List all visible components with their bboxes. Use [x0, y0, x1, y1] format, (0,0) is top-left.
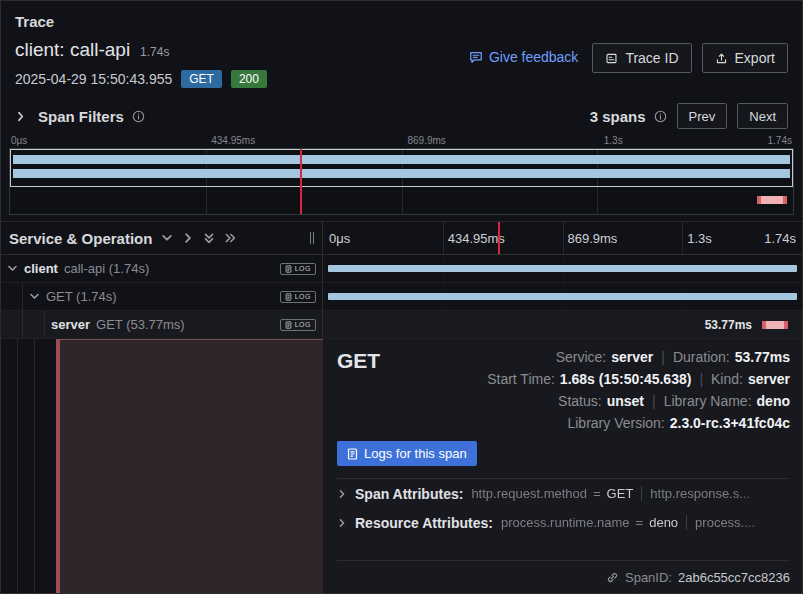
trace-timestamp: 2025-04-29 15:50:43.955 — [15, 71, 172, 87]
detail-kv-block: Service: server | Duration: 53.77ms Star… — [487, 349, 790, 431]
span-service: server — [51, 317, 90, 332]
span-name-cell: client call-api (1.74s) LOG — [1, 255, 323, 282]
chevron-down-icon[interactable] — [161, 232, 173, 244]
panel-title: Trace — [1, 1, 802, 33]
span-row-server[interactable]: server GET (53.77ms) LOG 53.77ms — [1, 311, 802, 339]
comment-icon — [469, 50, 483, 64]
timeline-tick: 434.95ms — [448, 231, 505, 246]
method-badge: GET — [181, 70, 222, 88]
kv-label: Status: — [558, 393, 602, 409]
span-filters-toggle[interactable]: Span Filters — [15, 108, 145, 125]
export-button[interactable]: Export — [702, 43, 788, 73]
indent-guide — [34, 339, 35, 593]
kv-separator: | — [653, 349, 673, 365]
span-duration-bar[interactable] — [328, 293, 797, 300]
indent-guide — [7, 311, 23, 338]
timeline-ticks: 0μs 434.95ms 869.9ms 1.3s 1.74s — [323, 222, 802, 254]
log-chip[interactable]: LOG — [280, 291, 316, 303]
column-resizer-handle[interactable] — [310, 232, 314, 244]
timeline-gridline — [443, 222, 444, 254]
give-feedback-label: Give feedback — [489, 49, 579, 65]
span-attributes-toggle[interactable]: Span Attributes: http.request.method = G… — [337, 479, 790, 508]
trace-header: client: call-api 1.74s 2025-04-29 15:50:… — [1, 33, 802, 97]
minimap-span-bar-error — [757, 196, 787, 204]
kv-value: unset — [607, 393, 644, 409]
log-chip[interactable]: LOG — [280, 263, 316, 275]
next-span-button[interactable]: Next — [737, 103, 788, 129]
give-feedback-link[interactable]: Give feedback — [469, 49, 579, 65]
indent-guide — [7, 283, 23, 310]
timeline-tick: 1.3s — [687, 231, 712, 246]
collapse-all-icon[interactable] — [203, 232, 215, 245]
logs-for-span-button[interactable]: Logs for this span — [337, 441, 477, 466]
kv-label: Duration: — [673, 349, 730, 365]
span-operation: GET (1.74s) — [46, 289, 117, 304]
header-actions: Give feedback Trace ID Export — [469, 39, 788, 97]
span-nav: 3 spans Prev Next — [590, 103, 788, 129]
timeline-gridline — [682, 311, 683, 338]
service-operation-header: Service & Operation — [1, 222, 323, 254]
minimap-span-bar — [13, 169, 790, 178]
detail-kv-row: Status: unset | Library Name: deno — [558, 393, 790, 409]
resource-attributes-toggle[interactable]: Resource Attributes: process.runtime.nam… — [337, 508, 790, 537]
span-row-client[interactable]: client call-api (1.74s) LOG — [1, 255, 802, 283]
detail-kv-row: Start Time: 1.68s (15:50:45.638) | Kind:… — [487, 371, 790, 387]
chevron-right-icon — [337, 489, 347, 499]
trace-title-row: client: call-api 1.74s — [15, 39, 267, 61]
minimap-canvas[interactable] — [9, 148, 794, 215]
attr-key: process.runtime.name — [501, 515, 630, 530]
indent-guide — [17, 339, 18, 593]
logs-for-span-label: Logs for this span — [364, 446, 467, 461]
attr-key: http.request.method — [471, 486, 587, 501]
trace-panel: Trace client: call-api 1.74s 2025-04-29 … — [0, 0, 803, 594]
kv-value: server — [611, 349, 653, 365]
span-name-cell: GET (1.74s) LOG — [1, 283, 323, 310]
info-icon[interactable] — [132, 110, 145, 123]
log-chip[interactable]: LOG — [280, 319, 316, 331]
indent-guide — [29, 311, 45, 338]
span-bar-cell — [323, 255, 802, 282]
trace-duration: 1.74s — [140, 45, 169, 59]
span-name-cell: server GET (53.77ms) LOG — [1, 311, 323, 338]
kv-value: 2.3.0-rc.3+41fc04c — [670, 415, 790, 431]
minimap-tick: 0μs — [11, 135, 27, 146]
link-icon[interactable] — [606, 571, 619, 584]
detail-indent-gutter — [1, 339, 56, 593]
timeline-cursor-line — [498, 222, 500, 254]
selected-span-color-panel — [56, 339, 323, 593]
expand-all-icon[interactable] — [224, 232, 237, 244]
timeline-header: Service & Operation 0μs 434.95ms 869.9ms… — [1, 221, 802, 255]
resource-attributes-preview: process.runtime.name = deno process.... — [501, 509, 790, 536]
minimap-cursor-line — [300, 149, 302, 214]
trace-minimap: 0μs 434.95ms 869.9ms 1.3s 1.74s — [1, 135, 802, 221]
timeline-gridline — [443, 311, 444, 338]
minimap-viewport[interactable] — [10, 149, 793, 187]
kv-separator: | — [691, 371, 711, 387]
kv-label: Library Name: — [664, 393, 752, 409]
span-bar-cell: 53.77ms — [323, 311, 802, 338]
expand-one-icon[interactable] — [182, 232, 194, 244]
info-icon[interactable] — [654, 110, 667, 123]
chevron-down-icon[interactable] — [29, 291, 40, 302]
detail-footer: SpanID: 2ab6c55cc7cc8236 — [337, 560, 790, 585]
trace-id-button[interactable]: Trace ID — [592, 43, 691, 73]
timeline-gridline — [563, 222, 564, 254]
span-operation: call-api (1.74s) — [64, 261, 149, 276]
span-attributes-label: Span Attributes: — [355, 486, 463, 502]
span-duration-bar[interactable] — [328, 265, 797, 272]
chevron-down-icon[interactable] — [7, 263, 18, 274]
prev-span-button[interactable]: Prev — [677, 103, 728, 129]
attr-equals: = — [593, 486, 601, 501]
trace-name: client: call-api — [15, 39, 130, 61]
span-row-get[interactable]: GET (1.74s) LOG — [1, 283, 802, 311]
resource-attributes-label: Resource Attributes: — [355, 515, 493, 531]
chevron-right-icon — [337, 518, 347, 528]
minimap-tick: 869.9ms — [408, 135, 446, 146]
minimap-ticks: 0μs 434.95ms 869.9ms 1.3s 1.74s — [9, 135, 794, 148]
attr-equals: = — [636, 515, 644, 530]
span-duration-bar-error[interactable] — [762, 321, 788, 329]
log-chip-label: LOG — [295, 265, 311, 272]
span-operation: GET (53.77ms) — [96, 317, 185, 332]
kv-separator: | — [644, 393, 664, 409]
timeline-gridline — [682, 222, 683, 254]
